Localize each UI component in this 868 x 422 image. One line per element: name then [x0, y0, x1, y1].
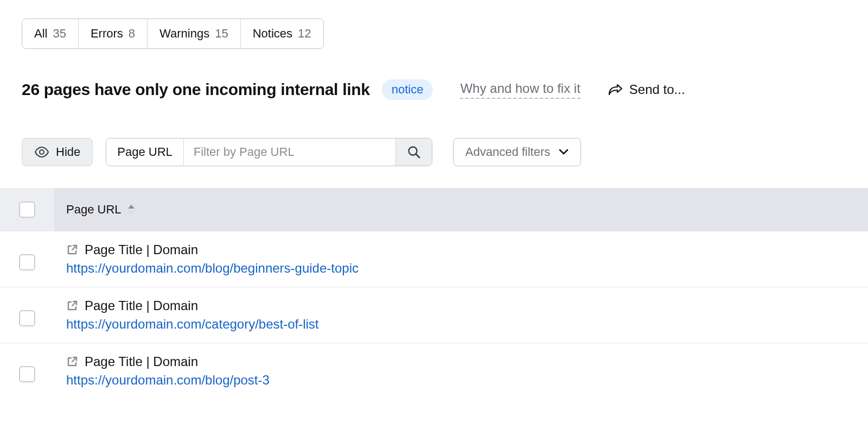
tab-all[interactable]: All 35 [22, 19, 79, 48]
svg-line-2 [416, 154, 419, 158]
search-icon [407, 145, 421, 159]
results-table: Page URL Page T [0, 188, 868, 399]
table-row: Page Title | Domain https://yourdomain.c… [0, 343, 868, 399]
tab-errors[interactable]: Errors 8 [79, 19, 148, 48]
page-url-cell: Page Title | Domain https://yourdomain.c… [54, 242, 371, 276]
share-arrow-icon [608, 84, 623, 96]
table-header-row: Page URL [0, 188, 868, 231]
search-button[interactable] [395, 138, 432, 166]
page-url-cell: Page Title | Domain https://yourdomain.c… [54, 354, 282, 388]
page-title-line: Page Title | Domain [66, 298, 319, 313]
tab-label: Warnings [159, 27, 209, 41]
chevron-down-icon [559, 149, 569, 155]
svg-point-0 [40, 150, 44, 154]
page-url-cell: Page Title | Domain https://yourdomain.c… [54, 298, 331, 332]
table-row: Page Title | Domain https://yourdomain.c… [0, 231, 868, 287]
help-link[interactable]: Why and how to fix it [460, 81, 580, 99]
filter-bar: Hide Page URL Advanced filters [22, 138, 846, 166]
tab-count: 15 [215, 27, 228, 41]
column-header-page-url[interactable]: Page URL [54, 203, 148, 217]
page-title-line: Page Title | Domain [66, 242, 359, 257]
send-to-button[interactable]: Send to... [608, 82, 685, 97]
external-link-icon[interactable] [66, 244, 78, 256]
page-title: Page Title | Domain [85, 354, 198, 369]
url-filter-group: Page URL [106, 138, 432, 166]
filter-input[interactable] [184, 138, 395, 166]
page-url-link[interactable]: https://yourdomain.com/category/best-of-… [66, 317, 319, 332]
issue-heading-row: 26 pages have only one incoming internal… [22, 79, 846, 100]
row-checkbox[interactable] [19, 254, 35, 270]
row-check-cell [0, 242, 54, 276]
tab-label: All [34, 27, 47, 41]
filter-field-selector[interactable]: Page URL [106, 138, 184, 166]
page-url-link[interactable]: https://yourdomain.com/blog/post-3 [66, 373, 270, 388]
page-content: All 35 Errors 8 Warnings 15 Notices 12 2… [0, 0, 868, 166]
page-title: Page Title | Domain [85, 242, 198, 257]
send-to-label: Send to... [629, 82, 685, 97]
select-all-cell [0, 188, 54, 231]
tab-label: Errors [91, 27, 123, 41]
tab-notices[interactable]: Notices 12 [241, 19, 323, 48]
page-url-link[interactable]: https://yourdomain.com/blog/beginners-gu… [66, 261, 359, 276]
table-row: Page Title | Domain https://yourdomain.c… [0, 287, 868, 343]
tab-label: Notices [253, 27, 292, 41]
hide-button[interactable]: Hide [22, 138, 93, 166]
page-title: Page Title | Domain [85, 298, 198, 313]
issue-title: 26 pages have only one incoming internal… [22, 80, 370, 99]
tab-warnings[interactable]: Warnings 15 [148, 19, 241, 48]
advanced-filters-button[interactable]: Advanced filters [453, 138, 582, 166]
eye-icon [34, 147, 49, 158]
severity-badge: notice [382, 79, 433, 100]
external-link-icon[interactable] [66, 300, 78, 312]
hide-label: Hide [56, 145, 80, 159]
tab-count: 8 [129, 27, 135, 41]
advanced-filters-label: Advanced filters [465, 145, 551, 159]
column-header-label: Page URL [66, 203, 122, 217]
row-checkbox[interactable] [19, 310, 35, 326]
row-check-cell [0, 354, 54, 388]
row-check-cell [0, 298, 54, 332]
select-all-checkbox[interactable] [19, 201, 35, 218]
sort-icon [127, 204, 136, 215]
page-title-line: Page Title | Domain [66, 354, 270, 369]
row-checkbox[interactable] [19, 366, 35, 382]
external-link-icon[interactable] [66, 356, 78, 368]
tab-count: 35 [53, 27, 66, 41]
filter-field-label: Page URL [117, 145, 173, 159]
tab-count: 12 [298, 27, 311, 41]
issue-type-tabs: All 35 Errors 8 Warnings 15 Notices 12 [22, 18, 324, 49]
